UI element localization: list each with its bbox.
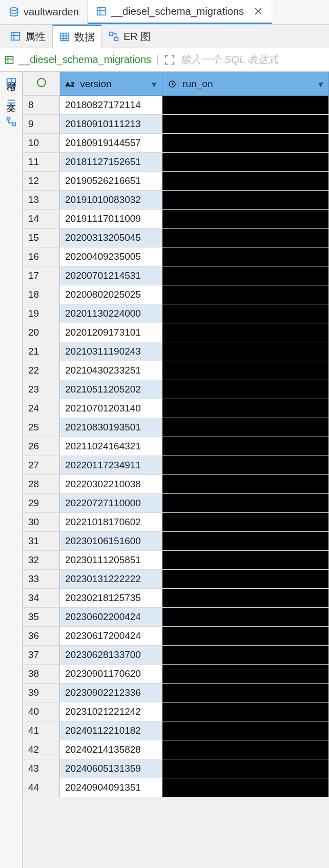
column-header-version[interactable]: A-Z version ▾ <box>60 72 162 96</box>
cell-version[interactable]: 20230218125735 <box>60 589 162 608</box>
cell-run-on[interactable] <box>162 153 329 172</box>
table-row[interactable]: 3520230602200424 <box>23 608 329 627</box>
row-number-cell[interactable]: 19 <box>23 304 60 323</box>
cell-version[interactable]: 20210511205202 <box>60 380 162 399</box>
sort-arrow-icon[interactable]: ▾ <box>152 78 157 90</box>
cell-version[interactable]: 20180919144557 <box>60 134 162 153</box>
table-row[interactable]: 2020201209173101 <box>23 323 329 342</box>
cell-run-on[interactable] <box>162 210 329 229</box>
cell-version[interactable]: 20191010083032 <box>60 191 162 210</box>
cell-run-on[interactable] <box>162 323 329 342</box>
table-row[interactable]: 1820200802025025 <box>23 285 329 304</box>
cell-version[interactable]: 20230131222222 <box>60 570 162 589</box>
table-row[interactable]: 2220210430233251 <box>23 361 329 380</box>
row-number-cell[interactable]: 21 <box>23 342 60 361</box>
cell-run-on[interactable] <box>162 247 329 266</box>
cell-version[interactable]: 20240214135828 <box>60 740 162 759</box>
cell-version[interactable]: 20230617200424 <box>60 627 162 646</box>
row-number-cell[interactable]: 13 <box>23 191 60 210</box>
cell-version[interactable]: 20201209173101 <box>60 323 162 342</box>
row-number-cell[interactable]: 43 <box>23 759 60 778</box>
cell-run-on[interactable] <box>162 285 329 304</box>
view-tab-grid[interactable]: 网格 <box>5 75 17 88</box>
cell-run-on[interactable] <box>162 532 329 551</box>
cell-run-on[interactable] <box>162 342 329 361</box>
cell-version[interactable]: 20220302210038 <box>60 475 162 494</box>
table-row[interactable]: 1020180919144557 <box>23 134 329 153</box>
row-number-cell[interactable]: 24 <box>23 399 60 418</box>
cell-run-on[interactable] <box>162 627 329 646</box>
cell-version[interactable]: 20180910111213 <box>60 115 162 134</box>
row-number-cell[interactable]: 14 <box>23 210 60 229</box>
cell-version[interactable]: 20200802025025 <box>60 285 162 304</box>
row-number-cell[interactable]: 29 <box>23 494 60 513</box>
row-number-cell[interactable]: 17 <box>23 266 60 285</box>
cell-version[interactable]: 20210830193501 <box>60 418 162 437</box>
cell-run-on[interactable] <box>162 721 329 740</box>
row-number-cell[interactable]: 11 <box>23 153 60 172</box>
row-number-cell[interactable]: 41 <box>23 721 60 740</box>
column-header-run-on[interactable]: run_on ▾ <box>162 72 329 96</box>
cell-run-on[interactable] <box>162 740 329 759</box>
table-row[interactable]: 3620230617200424 <box>23 627 329 646</box>
table-row[interactable]: 920180910111213 <box>23 115 329 134</box>
table-row[interactable]: 1420191117011009 <box>23 210 329 229</box>
cell-version[interactable]: 20230628133700 <box>60 646 162 665</box>
cell-run-on[interactable] <box>162 475 329 494</box>
cell-version[interactable]: 20231021221242 <box>60 702 162 721</box>
cell-run-on[interactable] <box>162 684 329 702</box>
cell-run-on[interactable] <box>162 399 329 418</box>
cell-version[interactable]: 20220117234911 <box>60 456 162 475</box>
table-row[interactable]: 3420230218125735 <box>23 589 329 608</box>
cell-version[interactable]: 20230106151600 <box>60 532 162 551</box>
cell-run-on[interactable] <box>162 266 329 285</box>
table-row[interactable]: 2620211024164321 <box>23 437 329 456</box>
cell-run-on[interactable] <box>162 646 329 665</box>
table-row[interactable]: 1520200313205045 <box>23 229 329 247</box>
table-row[interactable]: 4120240112210182 <box>23 721 329 740</box>
row-number-cell[interactable]: 39 <box>23 684 60 702</box>
row-number-cell[interactable]: 30 <box>23 513 60 532</box>
cell-version[interactable]: 20181127152651 <box>60 153 162 172</box>
cell-version[interactable]: 20211024164321 <box>60 437 162 456</box>
cell-version[interactable]: 20210430233251 <box>60 361 162 380</box>
cell-version[interactable]: 20200313205045 <box>60 229 162 247</box>
row-number-cell[interactable]: 23 <box>23 380 60 399</box>
table-row[interactable]: 4420240904091351 <box>23 778 329 797</box>
row-number-cell[interactable]: 31 <box>23 532 60 551</box>
cell-run-on[interactable] <box>162 778 329 797</box>
table-row[interactable]: 3820230901170620 <box>23 665 329 684</box>
cell-run-on[interactable] <box>162 589 329 608</box>
row-number-cell[interactable]: 10 <box>23 134 60 153</box>
cell-run-on[interactable] <box>162 96 329 115</box>
cell-run-on[interactable] <box>162 513 329 532</box>
cell-version[interactable]: 20190526216651 <box>60 172 162 191</box>
table-row[interactable]: 3020221018170602 <box>23 513 329 532</box>
sub-tab-properties[interactable]: 属性 <box>3 25 52 48</box>
row-number-cell[interactable]: 9 <box>23 115 60 134</box>
table-row[interactable]: 2420210701203140 <box>23 399 329 418</box>
cell-version[interactable]: 20180827172114 <box>60 96 162 115</box>
sub-tab-er[interactable]: ER 图 <box>101 25 157 48</box>
table-row[interactable]: 1120181127152651 <box>23 153 329 172</box>
row-number-cell[interactable]: 26 <box>23 437 60 456</box>
sub-tab-data[interactable]: 数据 <box>52 25 101 48</box>
editor-tab-table[interactable]: __diesel_schema_migrations <box>88 0 272 24</box>
table-row[interactable]: 2720220117234911 <box>23 456 329 475</box>
cell-run-on[interactable] <box>162 494 329 513</box>
cell-version[interactable]: 20210311190243 <box>60 342 162 361</box>
row-number-cell[interactable]: 38 <box>23 665 60 684</box>
row-number-cell[interactable]: 36 <box>23 627 60 646</box>
table-row[interactable]: 1620200409235005 <box>23 247 329 266</box>
cell-run-on[interactable] <box>162 551 329 570</box>
cell-run-on[interactable] <box>162 304 329 323</box>
cell-run-on[interactable] <box>162 759 329 778</box>
table-row[interactable]: 2520210830193501 <box>23 418 329 437</box>
cell-run-on[interactable] <box>162 437 329 456</box>
table-row[interactable]: 4020231021221242 <box>23 702 329 721</box>
cell-run-on[interactable] <box>162 115 329 134</box>
row-number-cell[interactable]: 27 <box>23 456 60 475</box>
cell-run-on[interactable] <box>162 456 329 475</box>
row-number-cell[interactable]: 40 <box>23 702 60 721</box>
cell-run-on[interactable] <box>162 608 329 627</box>
